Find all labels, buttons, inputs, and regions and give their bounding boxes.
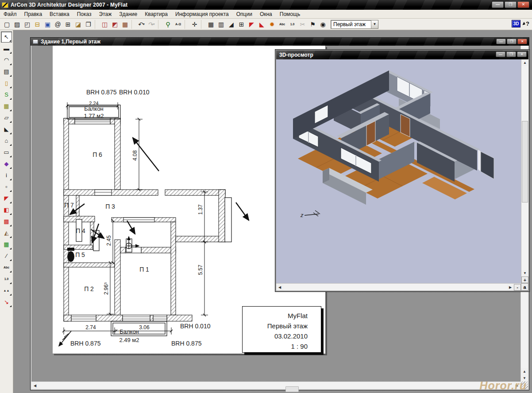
undo-icon[interactable]: ↶▾ bbox=[136, 19, 146, 29]
plan-minimize-button[interactable]: — bbox=[496, 39, 506, 44]
flag-icon[interactable]: ⚑ bbox=[308, 19, 318, 29]
view3d-maximize-button[interactable]: ❐ bbox=[506, 51, 516, 57]
curved-wall-tool-icon[interactable]: ◠ bbox=[1, 54, 12, 66]
slab-tool-icon[interactable]: ◣ bbox=[1, 124, 12, 135]
menu-item-6[interactable]: Квартира bbox=[145, 11, 168, 17]
save-project-icon[interactable]: ▣ bbox=[42, 19, 53, 29]
section-icon[interactable]: ⊞ bbox=[236, 19, 247, 29]
dropdown-arrow-icon[interactable]: ▾ bbox=[153, 22, 155, 26]
window-tool-icon[interactable]: ◧ bbox=[1, 204, 12, 215]
scrollbar-thumb[interactable] bbox=[285, 386, 299, 392]
point-symbol-tool-icon[interactable]: ▫ bbox=[1, 181, 12, 192]
menu-item-4[interactable]: Этаж bbox=[99, 11, 112, 17]
menu-item-5[interactable]: Здание bbox=[119, 11, 137, 17]
scroll-left-icon[interactable]: ◀ bbox=[276, 284, 283, 291]
dropdown-arrow-icon[interactable]: ▾ bbox=[143, 22, 145, 26]
dimension-tool-icon[interactable]: 1.0 bbox=[1, 273, 12, 284]
text-tool-icon[interactable]: Abc bbox=[1, 262, 12, 273]
red-corner-icon[interactable]: ◤ bbox=[247, 19, 257, 29]
opening-tool-icon[interactable]: ▩ bbox=[1, 216, 12, 227]
wall-tool-icon[interactable]: ▬ bbox=[1, 43, 12, 54]
select-page-icon[interactable]: ◰ bbox=[22, 19, 32, 29]
red-flag-icon[interactable]: ◣ bbox=[257, 19, 267, 29]
dormer-tool-icon[interactable]: ▭ bbox=[1, 147, 12, 158]
app-titlebar[interactable]: ArCon 3D Architektur Designer 2007 - MyF… bbox=[0, 0, 532, 10]
arrange-windows-icon[interactable]: ❐ bbox=[83, 19, 93, 29]
3d-view-button[interactable]: 3D bbox=[512, 20, 520, 27]
scroll-right-icon[interactable]: ▶ bbox=[507, 284, 514, 291]
scroll-left-icon[interactable]: ◀ bbox=[31, 382, 39, 389]
project-package-icon: ▦ bbox=[122, 21, 128, 28]
menu-item-0[interactable]: Файл bbox=[4, 11, 17, 17]
ceiling-tool-icon[interactable]: ▱ bbox=[1, 112, 12, 123]
menu-item-3[interactable]: Показ bbox=[77, 11, 92, 17]
context-help-button[interactable]: ? bbox=[523, 20, 529, 27]
zoom-out-button[interactable]: - bbox=[514, 284, 521, 291]
restore-button[interactable]: ❐ bbox=[505, 1, 517, 8]
cut-icon[interactable]: ✂ bbox=[297, 19, 308, 29]
menu-item-9[interactable]: Окна bbox=[260, 11, 272, 17]
open-project-icon: ⊟ bbox=[35, 21, 40, 28]
view3d-titlebar[interactable]: 3D-просмотр — ❐ ✕ bbox=[276, 51, 528, 59]
outline-arrow-icon[interactable]: ◩ bbox=[110, 19, 120, 29]
plan-horizontal-scrollbar[interactable]: ◀ ▶ bbox=[31, 381, 520, 389]
menu-item-7[interactable]: Информация проекта bbox=[175, 11, 229, 17]
find-symbols-icon[interactable]: A-Ω bbox=[173, 19, 183, 29]
scroll-down-icon[interactable]: ▼ bbox=[521, 270, 528, 276]
floor-selector[interactable]: Первый этаж ▼ bbox=[331, 20, 378, 29]
export-image-icon[interactable]: ◪ bbox=[73, 19, 83, 29]
view3d-vertical-scrollbar[interactable]: ▲ ▼ + bbox=[521, 59, 528, 283]
virtual-wall-tool-icon[interactable]: ▤ bbox=[1, 66, 12, 77]
scroll-up-icon[interactable]: ▲ bbox=[521, 59, 528, 66]
project-package-icon[interactable]: ▦ bbox=[120, 19, 130, 29]
chevron-down-icon[interactable]: ▼ bbox=[371, 20, 378, 28]
roof-tool-icon[interactable]: ⌂ bbox=[1, 135, 12, 146]
view3d-window[interactable]: 3D-просмотр — ❐ ✕ bbox=[275, 50, 529, 292]
text-label-icon[interactable]: Abc bbox=[277, 19, 287, 29]
sketch-mode-icon[interactable]: ▨ bbox=[12, 19, 22, 29]
stairs-tool-icon[interactable]: S bbox=[1, 89, 12, 100]
view3d-minimize-button[interactable]: — bbox=[496, 51, 505, 57]
roof-hatch-icon[interactable]: ◢ bbox=[226, 19, 236, 29]
door-tool-icon[interactable]: ▯ bbox=[1, 78, 12, 89]
scrollbar-thumb[interactable] bbox=[522, 121, 528, 202]
grid-icon[interactable]: ▦ bbox=[206, 19, 216, 29]
menu-item-1[interactable]: Правка bbox=[24, 11, 42, 17]
zoom-in-button[interactable]: + bbox=[521, 276, 528, 283]
column-tool-icon[interactable]: ▦ bbox=[1, 101, 12, 112]
red-corner-tool-icon[interactable]: ◤ bbox=[1, 193, 12, 204]
burst-icon[interactable]: ✹ bbox=[267, 19, 277, 29]
plan-maximize-button[interactable]: ❐ bbox=[507, 39, 517, 44]
zoom-icon[interactable]: ⚲ bbox=[163, 19, 173, 29]
plant-tool-icon[interactable]: ▦ bbox=[1, 239, 12, 250]
open-project-icon[interactable]: ⊟ bbox=[32, 19, 42, 29]
measure-tool-icon[interactable]: ↘ bbox=[1, 296, 12, 307]
line-tool-icon[interactable]: ∕ bbox=[1, 250, 12, 261]
close-button[interactable]: ✕ bbox=[517, 1, 529, 8]
menu-item-2[interactable]: Вставка bbox=[50, 11, 69, 17]
plan-window-titlebar[interactable]: Здание 1,Первый этаж — ❐ ✕ bbox=[31, 38, 529, 46]
menu-item-10[interactable]: Помощь bbox=[280, 11, 300, 17]
view3d-close-button[interactable]: ✕ bbox=[517, 51, 527, 57]
roof-profile-tool-icon[interactable]: ▲▲ bbox=[1, 285, 12, 296]
send-mail-icon[interactable]: @ bbox=[53, 19, 63, 29]
plan-view-icon[interactable]: ◫ bbox=[100, 19, 110, 29]
object3d-tool-icon[interactable]: ◆ bbox=[1, 158, 12, 169]
view3d-corner-button[interactable]: a bbox=[521, 283, 528, 291]
dimension-icon[interactable]: 1.0 bbox=[287, 19, 297, 29]
view3d-viewport[interactable]: z bbox=[276, 59, 521, 283]
plan-close-button[interactable]: ✕ bbox=[517, 39, 527, 44]
print-icon[interactable]: ⊞ bbox=[63, 19, 73, 29]
camera-icon[interactable]: ◉ bbox=[318, 19, 328, 29]
menu-item-8[interactable]: Опции bbox=[236, 11, 252, 17]
scroll-up-icon[interactable]: ▲ bbox=[521, 368, 528, 375]
origin-crosshair-icon[interactable]: ✛ bbox=[189, 19, 200, 29]
select-tool-icon[interactable]: ↖ bbox=[1, 31, 12, 43]
guides-icon[interactable]: ▥ bbox=[216, 19, 226, 29]
new-project-icon[interactable]: ▢ bbox=[2, 19, 12, 29]
redo-icon[interactable]: ↷▾ bbox=[146, 19, 157, 29]
minimize-button[interactable]: — bbox=[492, 1, 504, 8]
view3d-horizontal-scrollbar[interactable]: ◀ ▶ - bbox=[276, 283, 521, 291]
info-tool-icon[interactable]: i bbox=[1, 170, 12, 181]
terrain-tool-icon[interactable]: ◭ bbox=[1, 227, 12, 238]
